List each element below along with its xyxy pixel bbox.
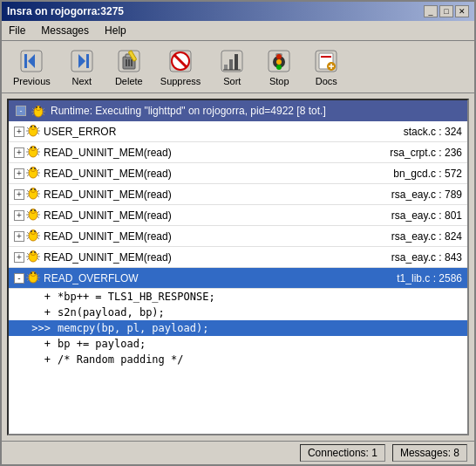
svg-line-77 xyxy=(27,195,29,197)
svg-line-80 xyxy=(37,195,39,197)
next-button[interactable]: Next xyxy=(60,45,104,89)
docs-icon xyxy=(312,47,340,75)
code-prefix: + xyxy=(26,291,51,303)
menu-help[interactable]: Help xyxy=(101,23,130,38)
code-line: >>>memcpy(bp, pl, payload); xyxy=(9,320,467,336)
svg-point-52 xyxy=(34,126,36,127)
sort-label: Sort xyxy=(223,76,241,86)
svg-line-60 xyxy=(37,154,39,155)
svg-line-37 xyxy=(32,113,34,115)
svg-point-122 xyxy=(34,272,36,274)
svg-line-58 xyxy=(37,148,39,150)
code-text: memcpy(bp, pl, payload); xyxy=(58,322,208,334)
code-text: /* Random padding */ xyxy=(58,353,184,366)
suppress-button[interactable]: Suppress xyxy=(154,45,207,89)
delete-button[interactable]: Delete xyxy=(107,45,151,89)
svg-rect-29 xyxy=(321,56,331,58)
row-name: READ_UNINIT_MEM(read) xyxy=(44,147,357,159)
expand-icon: + xyxy=(14,168,24,179)
svg-point-101 xyxy=(31,230,32,232)
stop-button[interactable]: Stop xyxy=(257,45,301,89)
svg-line-38 xyxy=(43,108,44,110)
bug-icon xyxy=(26,270,40,286)
row-name: USER_ERROR xyxy=(44,126,357,138)
svg-line-115 xyxy=(27,274,29,276)
bug-icon xyxy=(26,207,40,223)
menu-messages[interactable]: Messages xyxy=(37,23,92,38)
docs-button[interactable]: Docs xyxy=(304,45,348,89)
svg-point-51 xyxy=(31,126,32,127)
sort-icon xyxy=(218,47,246,75)
table-row[interactable]: + READ_UNINIT_MEM(read) rsa_eay.c : 824 xyxy=(9,226,467,247)
svg-line-50 xyxy=(37,133,39,134)
svg-line-97 xyxy=(27,237,29,239)
minimize-button[interactable]: _ xyxy=(424,5,438,17)
svg-line-68 xyxy=(37,169,39,171)
table-row[interactable]: - READ_OVERFLOW t1_lib.c : 2586 xyxy=(9,268,467,289)
svg-point-91 xyxy=(31,209,32,211)
maximize-button[interactable]: □ xyxy=(439,5,453,17)
row-location: rsa_eay.c : 801 xyxy=(357,209,462,222)
svg-line-95 xyxy=(27,232,29,234)
messages-status: Messages: 8 xyxy=(392,444,467,462)
menu-bar: File Messages Help xyxy=(2,21,474,41)
close-button[interactable]: ✕ xyxy=(455,5,469,17)
svg-rect-19 xyxy=(235,54,238,70)
table-row[interactable]: + READ_UNINIT_MEM(read) bn_gcd.c : 572 xyxy=(9,163,467,184)
row-location: rsa_eay.c : 789 xyxy=(357,188,462,201)
next-label: Next xyxy=(71,76,92,86)
svg-line-70 xyxy=(37,175,39,176)
previous-label: Previous xyxy=(13,76,51,86)
svg-rect-18 xyxy=(229,59,233,70)
table-row[interactable]: + USER_ERROR stack.c : 324 xyxy=(9,121,467,142)
code-text: *bp++ = TLS1_HB_RESPONSE; xyxy=(58,291,215,303)
svg-line-47 xyxy=(27,133,29,134)
menu-file[interactable]: File xyxy=(5,23,29,38)
stop-label: Stop xyxy=(269,76,289,86)
row-name: READ_UNINIT_MEM(read) xyxy=(44,251,357,264)
row-location: stack.c : 324 xyxy=(357,126,462,138)
svg-line-120 xyxy=(37,279,39,281)
table-row[interactable]: + READ_UNINIT_MEM(read) rsa_eay.c : 801 xyxy=(9,205,467,226)
code-text: s2n(payload, bp); xyxy=(58,306,165,319)
list-panel: - Runtime: Executing "lighttpd" on rojog… xyxy=(7,99,469,435)
code-lines: +*bp++ = TLS1_HB_RESPONSE;+s2n(payload, … xyxy=(9,289,467,367)
svg-line-75 xyxy=(27,190,29,192)
svg-line-110 xyxy=(37,258,39,260)
row-name: READ_UNINIT_MEM(read) xyxy=(44,188,357,201)
expand-icon: + xyxy=(14,231,24,242)
code-prefix: + xyxy=(26,306,51,319)
code-prefix: + xyxy=(26,338,51,350)
svg-line-98 xyxy=(37,232,39,234)
row-location: bn_gcd.c : 572 xyxy=(357,168,462,180)
svg-point-25 xyxy=(276,59,282,65)
expand-icon: - xyxy=(14,273,24,284)
previous-button[interactable]: Previous xyxy=(7,45,57,89)
window-title: Insra on rojogorra:3275 xyxy=(7,5,124,17)
main-window: Insra on rojogorra:3275 _ □ ✕ File Messa… xyxy=(0,0,476,466)
svg-point-41 xyxy=(36,106,37,108)
table-row[interactable]: + READ_UNINIT_MEM(read) rsa_crpt.c : 236 xyxy=(9,142,467,163)
main-content: - Runtime: Executing "lighttpd" on rojog… xyxy=(2,93,474,441)
suppress-label: Suppress xyxy=(160,76,201,86)
bug-icon xyxy=(26,123,40,140)
expand-icon: + xyxy=(14,210,24,221)
previous-icon xyxy=(17,47,45,75)
sort-button[interactable]: Sort xyxy=(210,45,254,89)
svg-line-45 xyxy=(27,127,29,129)
expand-icon: + xyxy=(14,252,24,263)
code-line: +bp += payload; xyxy=(9,336,467,352)
svg-line-40 xyxy=(43,113,44,115)
table-row[interactable]: + READ_UNINIT_MEM(read) rsa_eay.c : 843 xyxy=(9,247,467,268)
svg-line-87 xyxy=(27,216,29,218)
svg-point-121 xyxy=(31,272,32,274)
svg-point-111 xyxy=(31,251,32,253)
svg-point-81 xyxy=(31,188,32,190)
table-row[interactable]: + READ_UNINIT_MEM(read) rsa_eay.c : 789 xyxy=(9,184,467,205)
svg-point-72 xyxy=(34,168,36,169)
header-text: Runtime: Executing "lighttpd" on rojogor… xyxy=(51,105,326,117)
svg-line-118 xyxy=(37,274,39,276)
expand-icon: + xyxy=(14,147,24,158)
svg-point-82 xyxy=(34,188,36,190)
svg-rect-5 xyxy=(86,54,89,68)
